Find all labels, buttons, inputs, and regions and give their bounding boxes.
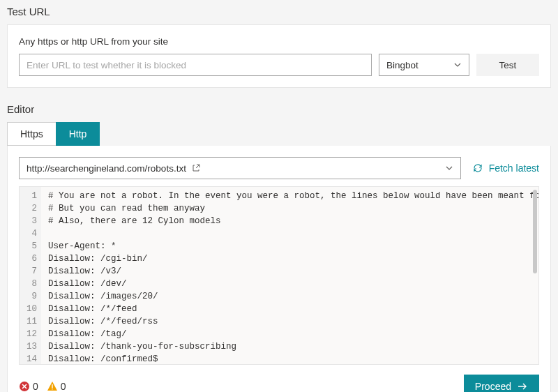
- tab-http[interactable]: Http: [56, 122, 100, 146]
- code-gutter: 1234567891011121314: [20, 187, 41, 364]
- test-button[interactable]: Test: [476, 54, 539, 76]
- code-content[interactable]: # You are not a robot. In the event you …: [41, 187, 538, 364]
- scrollbar-thumb[interactable]: [533, 190, 537, 273]
- chevron-down-icon: [445, 164, 453, 172]
- proceed-label: Proceed: [475, 381, 511, 392]
- warning-icon: [47, 381, 58, 392]
- refresh-icon: [472, 163, 483, 174]
- editor-panel: http://searchengineland.com/robots.txt F…: [7, 146, 551, 392]
- open-external-icon: [192, 164, 200, 172]
- bot-select-value: Bingbot: [386, 60, 418, 70]
- svg-rect-1: [52, 384, 52, 388]
- test-url-section-title: Test URL: [7, 6, 551, 17]
- code-editor[interactable]: 1234567891011121314 # You are not a robo…: [19, 186, 539, 365]
- arrow-right-icon: [517, 381, 528, 392]
- robots-url-value: http://searchengineland.com/robots.txt: [27, 163, 186, 174]
- test-url-input[interactable]: [19, 54, 372, 76]
- svg-rect-2: [52, 389, 52, 389]
- bot-select[interactable]: Bingbot: [379, 54, 469, 76]
- test-url-panel: Any https or http URL from your site Bin…: [7, 24, 551, 88]
- test-url-field-label: Any https or http URL from your site: [19, 36, 539, 47]
- editor-section-title: Editor: [7, 103, 551, 115]
- robots-url-dropdown[interactable]: http://searchengineland.com/robots.txt: [19, 157, 461, 179]
- proceed-button[interactable]: Proceed: [464, 375, 539, 392]
- error-count: 0: [19, 381, 38, 392]
- error-icon: [19, 381, 30, 392]
- chevron-down-icon: [453, 61, 462, 69]
- warning-count-value: 0: [61, 381, 66, 392]
- editor-footer: 0 0 Proceed: [19, 375, 539, 392]
- error-count-value: 0: [33, 381, 38, 392]
- warning-count: 0: [47, 381, 66, 392]
- fetch-latest-label: Fetch latest: [489, 163, 539, 174]
- fetch-latest-button[interactable]: Fetch latest: [472, 163, 539, 174]
- tab-https[interactable]: Https: [7, 122, 56, 146]
- editor-tabs: Https Http: [7, 122, 551, 146]
